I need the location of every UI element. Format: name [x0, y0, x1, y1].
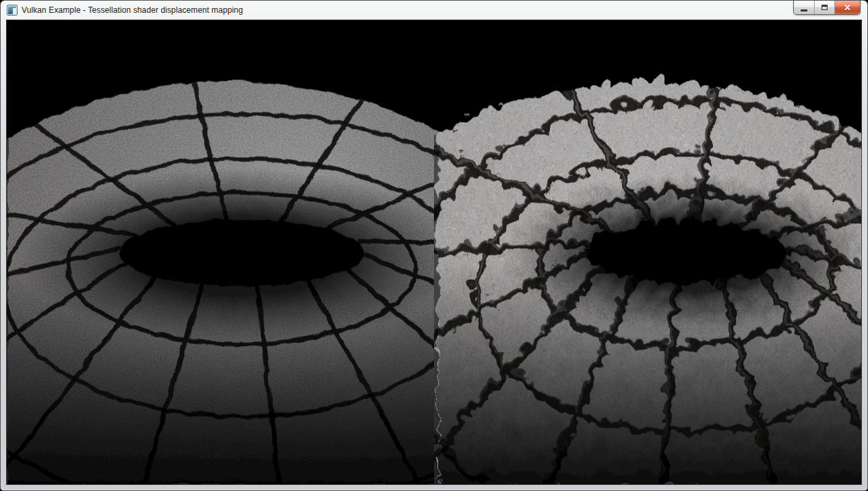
window-title: Vulkan Example - Tessellation shader dis…	[22, 5, 243, 15]
render-viewport[interactable]	[6, 20, 862, 485]
window-frame: Vulkan Example - Tessellation shader dis…	[0, 0, 868, 491]
minimize-button[interactable]	[794, 1, 814, 14]
close-icon: ✕	[844, 3, 851, 12]
maximize-icon	[822, 5, 828, 10]
app-icon[interactable]	[7, 5, 18, 16]
titlebar[interactable]: Vulkan Example - Tessellation shader dis…	[1, 1, 867, 20]
app-icon-titlestrip	[8, 6, 16, 8]
window-controls: ✕	[793, 1, 861, 15]
minimize-icon	[801, 9, 807, 11]
vulkan-scene	[7, 20, 861, 484]
maximize-button[interactable]	[814, 1, 834, 14]
close-button[interactable]: ✕	[834, 1, 860, 14]
